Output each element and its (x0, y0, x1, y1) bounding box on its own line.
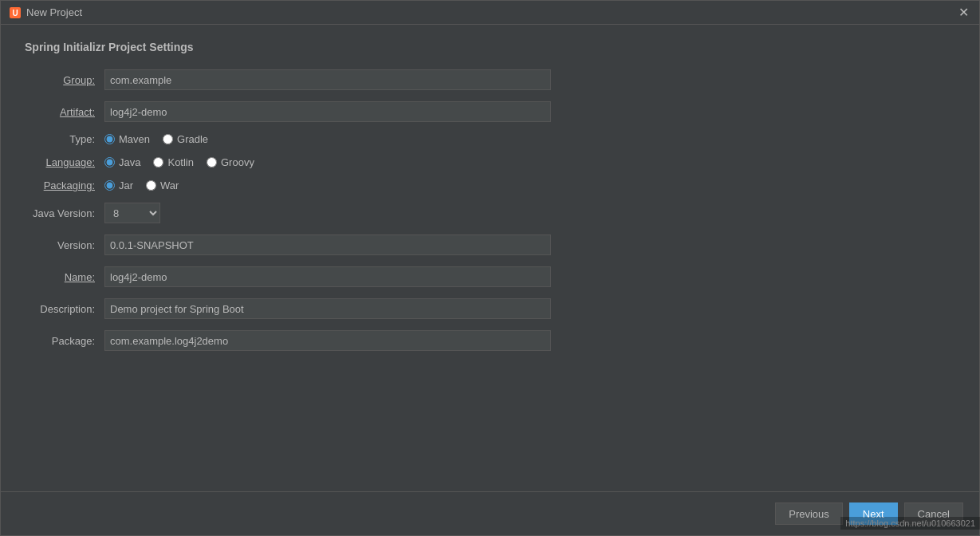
language-row: Language: Java Kotlin Groovy (25, 156, 955, 168)
version-label: Version: (25, 239, 104, 251)
group-label: Group: (25, 74, 104, 86)
packaging-jar-radio[interactable] (104, 180, 115, 191)
language-groovy-option[interactable]: Groovy (207, 156, 254, 168)
name-label: Name: (25, 271, 104, 283)
description-input[interactable] (104, 298, 551, 319)
version-row: Version: (25, 235, 955, 255)
form-content: Spring Initializr Project Settings Group… (1, 25, 979, 491)
type-gradle-option[interactable]: Gradle (163, 133, 208, 145)
previous-button[interactable]: Previous (775, 503, 843, 525)
language-radio-group: Java Kotlin Groovy (104, 156, 254, 168)
type-radio-group: Maven Gradle (104, 133, 208, 145)
java-version-row: Java Version: 8 11 17 (25, 203, 955, 223)
language-java-radio[interactable] (104, 157, 115, 168)
group-input[interactable] (104, 69, 551, 90)
language-label: Language: (25, 156, 104, 168)
packaging-war-radio[interactable] (146, 180, 156, 191)
window-title: New Project (26, 6, 955, 18)
language-kotlin-option[interactable]: Kotlin (153, 156, 194, 168)
artifact-row: Artifact: (25, 101, 955, 122)
artifact-label: Artifact: (25, 106, 104, 118)
new-project-window: U New Project ✕ Spring Initializr Projec… (0, 0, 980, 536)
name-row: Name: (25, 266, 955, 287)
title-bar: U New Project ✕ (1, 1, 979, 25)
language-java-option[interactable]: Java (104, 156, 140, 168)
java-version-label: Java Version: (25, 207, 104, 219)
package-input[interactable] (104, 330, 551, 351)
language-groovy-radio[interactable] (207, 157, 217, 168)
type-label: Type: (25, 133, 104, 145)
type-gradle-radio[interactable] (163, 134, 173, 144)
packaging-label: Packaging: (25, 179, 104, 191)
name-input[interactable] (104, 266, 551, 287)
package-row: Package: (25, 330, 955, 351)
version-input[interactable] (104, 235, 551, 255)
svg-text:U: U (12, 9, 18, 18)
package-label: Package: (25, 335, 104, 347)
type-row: Type: Maven Gradle (25, 133, 955, 145)
description-label: Description: (25, 303, 104, 315)
close-button[interactable]: ✕ (955, 5, 971, 21)
group-row: Group: (25, 69, 955, 90)
packaging-row: Packaging: Jar War (25, 179, 955, 191)
type-maven-option[interactable]: Maven (104, 133, 150, 145)
packaging-jar-option[interactable]: Jar (104, 179, 133, 191)
language-kotlin-radio[interactable] (153, 157, 163, 168)
packaging-radio-group: Jar War (104, 179, 179, 191)
artifact-input[interactable] (104, 101, 551, 122)
packaging-war-option[interactable]: War (146, 179, 179, 191)
section-title: Spring Initializr Project Settings (25, 41, 955, 53)
type-maven-radio[interactable] (104, 134, 115, 144)
watermark: https://blog.csdn.net/u010663021 (840, 517, 980, 530)
description-row: Description: (25, 298, 955, 319)
app-icon: U (9, 6, 22, 19)
java-version-select[interactable]: 8 11 17 (104, 203, 160, 223)
footer: Previous Next Cancel (1, 491, 979, 535)
